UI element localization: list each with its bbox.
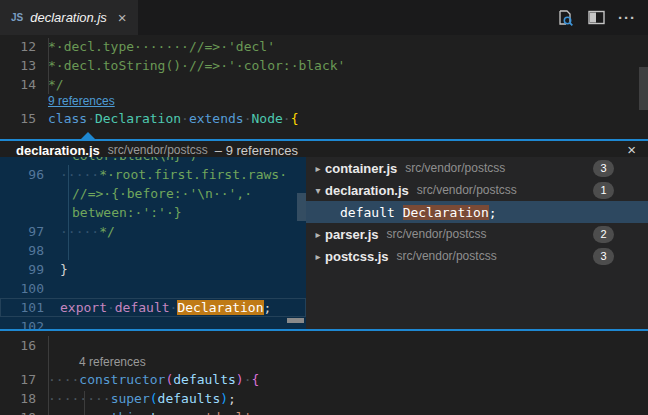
reference-count-badge: 3 bbox=[593, 160, 614, 177]
line-number: 12 bbox=[0, 37, 36, 56]
indent-guide bbox=[48, 38, 49, 94]
line-number: 18 bbox=[0, 389, 36, 408]
line-number bbox=[0, 184, 44, 203]
code-line: 15class·Declaration·extends·Node·{ bbox=[0, 109, 648, 128]
codelens-label[interactable]: 9 references bbox=[48, 94, 115, 108]
code-line: 96·····*·root.first.first.raws· bbox=[0, 165, 306, 184]
line-number: 98 bbox=[0, 241, 44, 260]
indent-guide bbox=[84, 391, 85, 415]
indent-guide bbox=[48, 336, 49, 415]
open-references-icon[interactable] bbox=[554, 7, 576, 29]
codelens: 4 references bbox=[0, 355, 648, 370]
code-line: //=>·{·before:·'\n··',· bbox=[0, 184, 306, 203]
code-line: between:·':'·} bbox=[0, 203, 306, 222]
file-name: container.js bbox=[325, 161, 397, 176]
peek-anchor-arrow bbox=[80, 132, 96, 140]
reference-file-row[interactable]: ▸parser.jssrc/vendor/postcss2 bbox=[306, 223, 648, 245]
code-line: 16 bbox=[0, 336, 648, 355]
line-number: 102 bbox=[0, 317, 44, 329]
code-line: 101export·default·Declaration; bbox=[0, 298, 306, 317]
line-number: 101 bbox=[0, 298, 44, 317]
file-path: src/vendor/postcss bbox=[397, 249, 497, 263]
peek-header: declaration.js src/vendor/postcss – 9 re… bbox=[0, 141, 648, 158]
code-line: 98 bbox=[0, 241, 306, 260]
reference-count-badge: 1 bbox=[593, 182, 614, 199]
code-line: 97·····*/ bbox=[0, 222, 306, 241]
editor-top[interactable]: 12*·decl.type·······//=>·'decl'13*·decl.… bbox=[0, 35, 648, 139]
codelens[interactable]: 9 references bbox=[0, 94, 648, 109]
editor-scrollbar[interactable] bbox=[639, 67, 648, 110]
code-line: 100 bbox=[0, 279, 306, 298]
line-number: 19 bbox=[0, 408, 36, 415]
peek-title-meta: – 9 references bbox=[215, 143, 298, 158]
code-line: color:black\n}') bbox=[0, 157, 306, 165]
line-number: 16 bbox=[0, 336, 36, 355]
line-number bbox=[0, 203, 44, 222]
reference-count-badge: 3 bbox=[593, 248, 614, 265]
peek-close-icon[interactable]: × bbox=[627, 143, 636, 157]
more-actions-icon[interactable]: ··· bbox=[616, 7, 638, 29]
peek-title-path: src/vendor/postcss bbox=[108, 143, 208, 157]
chevron-right-icon[interactable]: ▸ bbox=[311, 251, 325, 262]
codelens-label: 4 references bbox=[79, 355, 146, 369]
split-editor-icon[interactable] bbox=[585, 7, 607, 29]
peek-editor-scrollbar[interactable] bbox=[297, 193, 306, 221]
reference-count-badge: 2 bbox=[593, 226, 614, 243]
chevron-right-icon[interactable]: ▸ bbox=[311, 229, 325, 240]
code-line: 19········this.type·=·'decl'; bbox=[0, 408, 648, 415]
file-name: parser.js bbox=[325, 227, 379, 242]
file-name: declaration.js bbox=[325, 183, 409, 198]
chevron-down-icon[interactable]: ▾ bbox=[311, 185, 325, 196]
peek-editor[interactable]: color:black\n}')96·····*·root.first.firs… bbox=[0, 157, 306, 329]
line-number: 17 bbox=[0, 370, 36, 389]
peek-editor-hscrollbar[interactable] bbox=[287, 318, 304, 323]
code-line: 102 bbox=[0, 317, 306, 329]
code-line: 18········super(defaults); bbox=[0, 389, 648, 408]
line-number: 97 bbox=[0, 222, 44, 241]
reference-file-row[interactable]: ▾declaration.jssrc/vendor/postcss1 bbox=[306, 179, 648, 201]
line-number: 99 bbox=[0, 260, 44, 279]
editor-bottom[interactable]: 164 references17····constructor(defaults… bbox=[0, 331, 648, 415]
tab-declaration-js[interactable]: JS declaration.js × bbox=[0, 0, 138, 35]
code-line: 13*·decl.toString()·//=>·'·color:·black' bbox=[0, 56, 648, 75]
code-line: 17····constructor(defaults)·{ bbox=[0, 370, 648, 389]
line-number: 96 bbox=[0, 165, 44, 184]
reference-file-row[interactable]: ▸postcss.jssrc/vendor/postcss3 bbox=[306, 245, 648, 267]
editor-actions: ··· bbox=[554, 0, 648, 35]
chevron-right-icon[interactable]: ▸ bbox=[311, 163, 325, 174]
match-highlight: Declaration bbox=[177, 300, 263, 315]
file-path: src/vendor/postcss bbox=[417, 183, 517, 197]
file-name: postcss.js bbox=[325, 249, 389, 264]
code-line: 12*·decl.type·······//=>·'decl' bbox=[0, 37, 648, 56]
tab-close-icon[interactable]: × bbox=[118, 10, 127, 25]
tab-bar: JS declaration.js × ··· bbox=[0, 0, 648, 35]
peek-title: declaration.js bbox=[16, 143, 100, 158]
vscode-window: JS declaration.js × ··· bbox=[0, 0, 648, 415]
reference-file-row[interactable]: ▸container.jssrc/vendor/postcss3 bbox=[306, 157, 648, 179]
line-number: 15 bbox=[0, 109, 36, 128]
line-number: 13 bbox=[0, 56, 36, 75]
tab-title: declaration.js bbox=[30, 10, 107, 25]
match-highlight: Declaration bbox=[403, 205, 489, 220]
file-path: src/vendor/postcss bbox=[405, 161, 505, 175]
peek-body: color:black\n}')96·····*·root.first.firs… bbox=[0, 157, 648, 329]
references-list: ▸container.jssrc/vendor/postcss3▾declara… bbox=[306, 157, 648, 329]
file-path: src/vendor/postcss bbox=[387, 227, 487, 241]
line-number bbox=[0, 157, 44, 165]
indent-guide bbox=[68, 165, 69, 260]
code-line: 99} bbox=[0, 260, 306, 279]
line-number: 100 bbox=[0, 279, 44, 298]
line-number: 14 bbox=[0, 75, 36, 94]
javascript-file-icon: JS bbox=[11, 12, 23, 23]
code-line: 14*/ bbox=[0, 75, 648, 94]
reference-row[interactable]: default Declaration; bbox=[306, 201, 648, 223]
